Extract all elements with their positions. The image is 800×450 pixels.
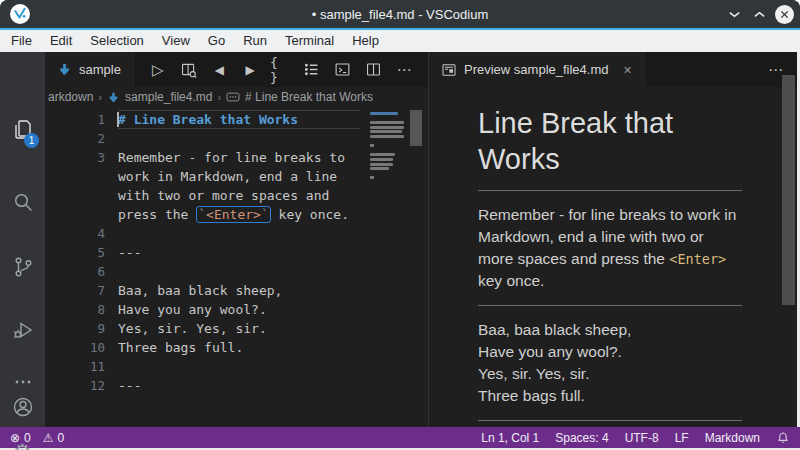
- menu-item-run[interactable]: Run: [234, 30, 276, 52]
- line-text[interactable]: ---: [118, 243, 360, 262]
- line-text[interactable]: Yes, sir. Yes, sir.: [118, 319, 360, 338]
- status-warnings[interactable]: ⚠0: [43, 431, 64, 445]
- minimap-line: [370, 144, 374, 147]
- line-text[interactable]: [118, 224, 360, 243]
- breadcrumb-folder[interactable]: arkdown: [48, 90, 93, 104]
- line-text[interactable]: [118, 262, 360, 281]
- editor-line[interactable]: 4: [45, 224, 428, 243]
- editor-toolbar: ▷ ◀ ▶ { } ⋯: [134, 52, 428, 87]
- tab-preview[interactable]: Preview sample_file4.md ×: [429, 52, 645, 87]
- open-preview-icon[interactable]: [178, 59, 200, 81]
- line-text[interactable]: [118, 357, 360, 376]
- braces-icon[interactable]: { }: [270, 59, 292, 81]
- account-icon[interactable]: [0, 390, 45, 424]
- minimap-line: [370, 130, 402, 133]
- editor-line[interactable]: 11: [45, 357, 428, 376]
- activity-bar: 1 ⚙: [0, 52, 45, 427]
- inline-code: <Enter>: [669, 251, 726, 267]
- line-text[interactable]: work in Markdown, end a line: [118, 167, 360, 186]
- editor-line[interactable]: 8Have you any wool?.: [45, 300, 428, 319]
- line-text[interactable]: Have you any wool?.: [118, 300, 360, 319]
- markdown-preview[interactable]: Line Break that Works Remember - for lin…: [429, 87, 797, 434]
- editor-line[interactable]: 12---: [45, 376, 428, 395]
- line-number: 7: [45, 281, 105, 300]
- settings-gear-icon[interactable]: ⚙: [0, 434, 45, 450]
- minimap-line: [370, 121, 404, 124]
- breadcrumb-separator: ›: [98, 91, 102, 103]
- split-editor-icon[interactable]: [362, 59, 384, 81]
- editor-line[interactable]: 6: [45, 262, 428, 281]
- breadcrumb-symbol[interactable]: # Line Break that Works: [245, 90, 373, 104]
- line-text[interactable]: [118, 129, 360, 148]
- line-number: 10: [45, 338, 105, 357]
- menu-item-terminal[interactable]: Terminal: [276, 30, 343, 52]
- line-text[interactable]: # Line Break that Works: [118, 110, 360, 129]
- files-icon[interactable]: 1: [0, 112, 45, 146]
- tab-label: sample: [79, 62, 121, 77]
- menu-item-view[interactable]: View: [153, 30, 199, 52]
- close-tab-icon[interactable]: ×: [624, 62, 632, 78]
- line-text[interactable]: press the `<Enter>` key once.: [118, 205, 360, 224]
- preview-verse-line: Three bags full.: [478, 385, 742, 407]
- outline-list-icon[interactable]: [301, 59, 323, 81]
- preview-scrollbar-thumb[interactable]: [782, 75, 795, 305]
- minimap-line: [370, 167, 389, 170]
- preview-panel: Preview sample_file4.md × ⋯ Line Break t…: [428, 52, 797, 427]
- editor-line[interactable]: press the `<Enter>` key once.: [45, 205, 428, 224]
- line-number: [45, 205, 105, 224]
- vscodium-window: • sample_file4.md - VSCodium FileEditSel…: [0, 0, 800, 450]
- minimap-line: [370, 135, 404, 138]
- breadcrumb-file[interactable]: sample_file4.md: [125, 90, 212, 104]
- back-icon[interactable]: ◀: [208, 59, 230, 81]
- markdown-file-icon: [107, 91, 120, 104]
- menu-bar: FileEditSelectionViewGoRunTerminalHelp: [0, 30, 800, 52]
- menu-item-help[interactable]: Help: [343, 30, 388, 52]
- run-debug-icon[interactable]: [0, 313, 45, 347]
- explorer-badge: 1: [24, 133, 39, 148]
- minimap[interactable]: [370, 112, 404, 181]
- line-text[interactable]: Three bags full.: [118, 338, 360, 357]
- breadcrumb[interactable]: arkdown › sample_file4.md › # Line Break…: [45, 87, 428, 107]
- line-number: 3: [45, 148, 105, 167]
- search-icon[interactable]: [0, 185, 45, 219]
- line-number: [45, 186, 105, 205]
- editor-line[interactable]: 7Baa, baa black sheep,: [45, 281, 428, 300]
- terminal-icon[interactable]: [332, 59, 354, 81]
- minimap-line: [370, 112, 398, 115]
- line-number: 4: [45, 224, 105, 243]
- menu-item-go[interactable]: Go: [199, 30, 234, 52]
- editor[interactable]: 1# Line Break that Works23Remember - for…: [45, 107, 428, 427]
- editor-scrollbar-thumb[interactable]: [410, 110, 422, 146]
- menu-item-edit[interactable]: Edit: [41, 30, 81, 52]
- line-number: 1: [45, 110, 105, 129]
- editor-group: sample ▷ ◀ ▶ { }: [45, 52, 428, 427]
- line-number: 6: [45, 262, 105, 281]
- breadcrumb-separator: ›: [217, 91, 221, 103]
- editor-line[interactable]: 10Three bags full.: [45, 338, 428, 357]
- tab-sample-file[interactable]: sample: [45, 52, 134, 87]
- menu-item-selection[interactable]: Selection: [81, 30, 152, 52]
- run-icon[interactable]: ▷: [147, 59, 169, 81]
- more-actions-icon[interactable]: ⋯: [393, 59, 415, 81]
- title-bar[interactable]: • sample_file4.md - VSCodium: [0, 0, 800, 28]
- line-text[interactable]: with two or more spaces and: [118, 186, 360, 205]
- source-control-icon[interactable]: [0, 250, 45, 284]
- editor-line[interactable]: 5---: [45, 243, 428, 262]
- vscodium-logo-icon: [10, 4, 30, 24]
- line-text[interactable]: ---: [118, 376, 360, 395]
- preview-paragraph: Remember - for line breaks to work inMar…: [478, 204, 742, 292]
- editor-line[interactable]: 9Yes, sir. Yes, sir.: [45, 319, 428, 338]
- preview-verse-line: Have you any wool?.: [478, 341, 742, 363]
- preview-paragraph-line: Remember - for line breaks to work in: [478, 204, 742, 226]
- close-icon[interactable]: [775, 5, 794, 24]
- forward-icon[interactable]: ▶: [239, 59, 261, 81]
- line-text[interactable]: Remember - for line breaks to: [118, 148, 360, 167]
- window-title: • sample_file4.md - VSCodium: [0, 7, 800, 22]
- line-number: [45, 167, 105, 186]
- line-number: 5: [45, 243, 105, 262]
- line-text[interactable]: Baa, baa black sheep,: [118, 281, 360, 300]
- minimize-icon[interactable]: [725, 5, 744, 24]
- editor-line[interactable]: with two or more spaces and: [45, 186, 428, 205]
- maximize-icon[interactable]: [750, 5, 769, 24]
- menu-item-file[interactable]: File: [2, 30, 41, 52]
